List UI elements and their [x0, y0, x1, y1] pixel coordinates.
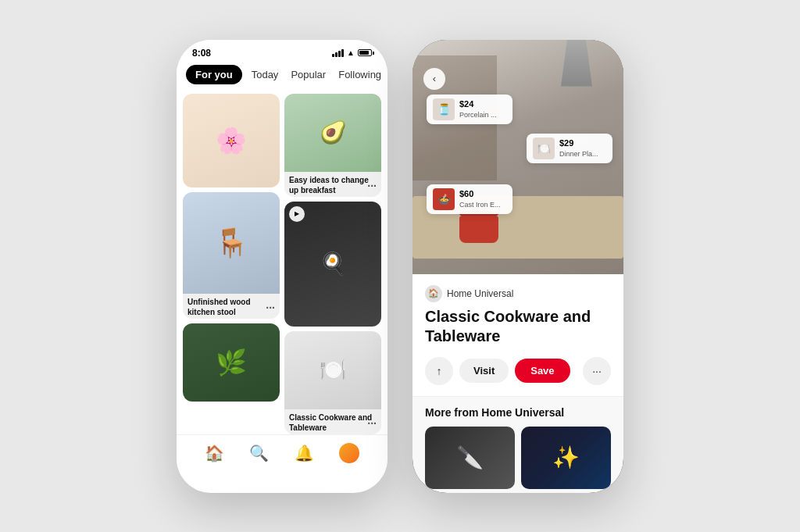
battery-icon: [358, 49, 372, 56]
product-tag-2-price: $29: [559, 137, 598, 149]
more-section: More from Home Universal 🔪 ✨: [412, 396, 623, 493]
share-button[interactable]: ↑: [425, 357, 453, 385]
product-tag-1-price: $24: [459, 98, 497, 110]
pin-cookware-more[interactable]: ···: [367, 417, 377, 430]
pin-avocado[interactable]: 🥑 Easy ideas to change up breakfast ···: [284, 94, 381, 197]
tab-popular[interactable]: Popular: [288, 65, 329, 84]
product-tag-1-info: $24 Porcelain ...: [459, 98, 497, 120]
pin-stool-more[interactable]: ···: [266, 302, 275, 314]
pin-leaves-image: 🌿: [183, 323, 280, 402]
kitchen-lamp: [561, 40, 592, 87]
phones-container: 8:08 ▲ For you Today Popular Following R…: [177, 40, 623, 493]
signal-icon: [332, 49, 344, 57]
pin-avocado-image: 🥑: [284, 94, 381, 172]
product-tag-1[interactable]: 🫙 $24 Porcelain ...: [427, 95, 512, 124]
play-icon[interactable]: ▶: [289, 206, 305, 222]
product-tag-2-info: $29 Dinner Pla...: [559, 137, 598, 159]
pin-leaves[interactable]: 🌿: [183, 323, 280, 402]
back-button[interactable]: ‹: [423, 68, 445, 90]
wifi-icon: ▲: [347, 48, 355, 57]
product-title: Classic Cookware and Tableware: [425, 307, 611, 346]
bell-icon[interactable]: 🔔: [295, 444, 314, 462]
product-tag-1-image: 🫙: [433, 98, 455, 120]
tab-following[interactable]: Following: [335, 65, 384, 84]
product-tag-2[interactable]: 🍽️ $29 Dinner Pla...: [527, 134, 612, 163]
battery-fill: [359, 51, 369, 55]
product-tag-3-price: $60: [459, 188, 501, 200]
more-thumb-knives[interactable]: 🔪: [425, 427, 515, 489]
left-phone: 8:08 ▲ For you Today Popular Following R…: [177, 40, 388, 493]
action-row: ↑ Visit Save ···: [425, 357, 611, 385]
status-icons: ▲: [332, 48, 372, 57]
bottom-nav: 🏠 🔍 🔔: [177, 434, 388, 476]
home-icon[interactable]: 🏠: [205, 444, 224, 462]
brand-icon: 🏠: [425, 285, 442, 302]
pin-stool-image: 🪑: [183, 192, 280, 294]
tab-for-you[interactable]: For you: [186, 65, 242, 84]
product-tag-3-image: 🍲: [433, 188, 455, 210]
more-options-button[interactable]: ···: [583, 357, 611, 385]
brand-row: 🏠 Home Universal: [425, 285, 611, 302]
masonry-col-right: 🥑 Easy ideas to change up breakfast ··· …: [284, 94, 381, 431]
search-icon[interactable]: 🔍: [249, 444, 269, 462]
lights-icon: ✨: [552, 445, 580, 470]
pin-cookware-image: 🍽️: [284, 331, 381, 409]
pot-red: [459, 216, 498, 243]
tab-today[interactable]: Today: [248, 65, 282, 84]
pin-kitchen-shelf[interactable]: 🍳 ▶: [284, 202, 381, 327]
nav-tabs: For you Today Popular Following Re...: [177, 62, 388, 91]
product-tag-2-image: 🍽️: [533, 137, 555, 159]
save-button[interactable]: Save: [515, 359, 570, 383]
knives-icon: 🔪: [456, 445, 484, 470]
detail-section: 🏠 Home Universal Classic Cookware and Ta…: [412, 274, 623, 396]
more-thumb-lights[interactable]: ✨: [521, 427, 611, 489]
status-time: 8:08: [192, 48, 211, 59]
pin-flowers-image: 🌸: [183, 94, 280, 187]
brand-name: Home Universal: [447, 288, 513, 299]
status-bar-left: 8:08 ▲: [177, 40, 388, 62]
pin-stool[interactable]: 🪑 Unfinished wood kitchen stool ···: [183, 192, 280, 319]
product-tag-3-info: $60 Cast Iron E...: [459, 188, 501, 210]
more-section-title: More from Home Universal: [425, 406, 611, 419]
visit-button[interactable]: Visit: [459, 359, 509, 383]
more-grid: 🔪 ✨: [425, 427, 611, 489]
masonry-col-left: 🌸 🪑 Unfinished wood kitchen stool ··· 🌿: [183, 94, 280, 431]
pin-flowers[interactable]: 🌸: [183, 94, 280, 187]
pin-grid: 🌸 🪑 Unfinished wood kitchen stool ··· 🌿 …: [177, 91, 388, 434]
pin-cookware[interactable]: 🍽️ Classic Cookware and Tableware ···: [284, 331, 381, 434]
right-phone: ‹ 🫙 $24 Porcelain ... 🍽️ $29 Dinner Pla.…: [412, 40, 623, 493]
hero-image: ‹ 🫙 $24 Porcelain ... 🍽️ $29 Dinner Pla.…: [412, 40, 623, 274]
product-tag-3-name: Cast Iron E...: [459, 200, 501, 210]
avatar[interactable]: [339, 443, 359, 463]
product-tag-1-name: Porcelain ...: [459, 110, 497, 120]
product-tag-3[interactable]: 🍲 $60 Cast Iron E...: [427, 184, 512, 214]
product-tag-2-name: Dinner Pla...: [559, 149, 598, 159]
pin-avocado-more[interactable]: ···: [367, 180, 377, 192]
